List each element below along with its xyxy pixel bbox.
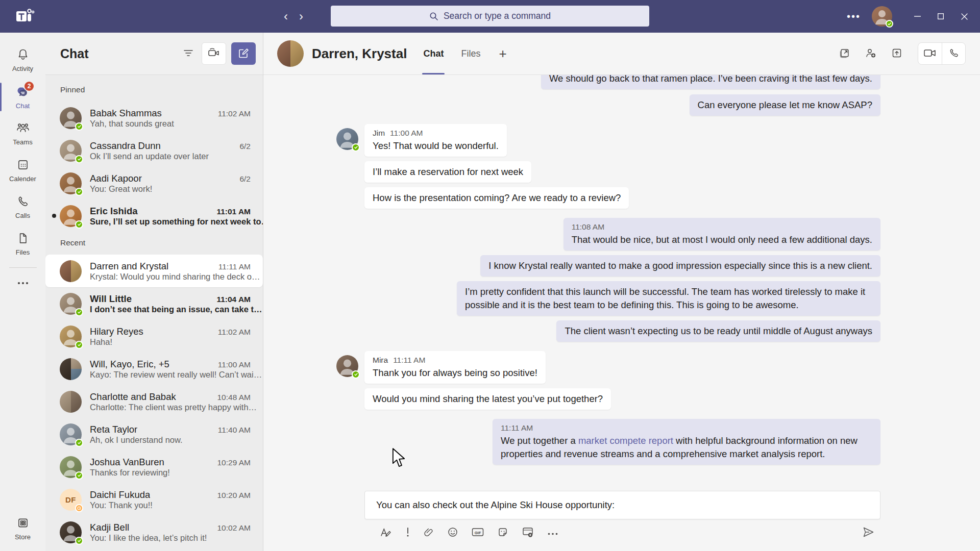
chat-time: 10:20 AM (213, 491, 251, 500)
call-buttons (918, 42, 966, 65)
rail-item-calls[interactable]: Calls (0, 189, 45, 226)
chat-row-joshua-vanburen[interactable]: Joshua VanBuren10:29 AM Thanks for revie… (45, 450, 263, 483)
pop-out-chat-button[interactable] (838, 46, 851, 61)
maximize-button[interactable] (929, 0, 952, 33)
format-button[interactable] (379, 526, 393, 540)
avatar (60, 293, 82, 315)
app-rail: Activity Chat 2 (0, 33, 45, 551)
rail-item-teams[interactable]: Teams (0, 115, 45, 152)
avatar (60, 325, 82, 347)
rail-more-button[interactable] (0, 271, 45, 293)
chat-row-charlotte-and-babak[interactable]: Charlotte and Babak10:48 AM Charlotte: T… (45, 385, 263, 418)
add-tab-button[interactable]: + (499, 46, 506, 62)
forward-button[interactable]: › (299, 10, 303, 22)
tab-files[interactable]: Files (461, 33, 480, 74)
emoji-icon (448, 527, 458, 539)
history-nav: ‹ › (284, 0, 303, 33)
presence-available-icon (75, 122, 83, 131)
chat-row-darren-and-krystal[interactable]: Darren and Krystal11:11 AM Krystal: Woul… (45, 255, 263, 287)
message-bubble: We should go back to that ramen place. I… (541, 75, 880, 89)
chat-time: 6/2 (235, 174, 251, 184)
send-icon (862, 527, 874, 539)
add-people-button[interactable] (864, 46, 878, 61)
audio-call-button[interactable] (942, 43, 965, 64)
chat-row-will-kayo-eric-group[interactable]: Will, Kayo, Eric, +511:00 AM Kayo: The r… (45, 353, 263, 385)
section-label-pinned: Pinned (45, 79, 263, 102)
chat-row-hilary-reyes[interactable]: Hilary Reyes11:02 AM Haha! (45, 320, 263, 353)
avatar (336, 355, 358, 377)
new-chat-button[interactable] (231, 42, 256, 65)
search-input[interactable]: Search or type a command (331, 6, 649, 27)
emoji-button[interactable] (447, 526, 459, 540)
message-time: 11:00 AM (390, 128, 423, 138)
rail-item-store[interactable]: Store (0, 509, 45, 548)
avatar (60, 140, 82, 162)
sticker-button[interactable] (497, 526, 509, 540)
composer: You can also check out the Alpine Ski Ho… (263, 491, 980, 551)
meet-now-button[interactable] (202, 42, 226, 65)
rail-item-chat[interactable]: Chat 2 (0, 79, 45, 115)
user-avatar[interactable] (872, 6, 892, 27)
message-group-jim: Jim11:00 AM Yes! That would be wonderful… (336, 124, 507, 157)
presence-available-icon (75, 308, 83, 316)
chat-row-aadi-kapoor[interactable]: Aadi Kapoor6/2 You: Great work! (45, 167, 263, 199)
chat-row-will-little[interactable]: Will Little11:04 AM I don’t see that bei… (45, 287, 263, 320)
conversation-avatar (277, 40, 304, 67)
send-button[interactable] (861, 525, 875, 540)
minimize-button[interactable] (905, 0, 929, 33)
phone-icon (16, 195, 30, 210)
close-button[interactable] (952, 0, 976, 33)
unread-count-badge: 2 (24, 82, 34, 91)
conversation-pane: Darren, Krystal Chat Files + (263, 33, 980, 551)
chat-row-eric-ishida[interactable]: Eric Ishida11:01 AM Sure, I’ll set up so… (45, 199, 263, 232)
tab-chat[interactable]: Chat (423, 33, 444, 74)
chat-row-kadji-bell[interactable]: Kadji Bell10:02 AM You: I like the idea,… (45, 516, 263, 548)
message-text: How is the presentation coming? Are we r… (373, 192, 621, 203)
rail-label: Activity (12, 65, 33, 72)
rail-item-files[interactable]: Files (0, 226, 45, 262)
share-screen-icon (891, 47, 902, 60)
chat-name: Reta Taylor (90, 424, 137, 435)
share-screen-button[interactable] (890, 46, 903, 61)
message-text: Would you mind sharing the latest you’ve… (373, 393, 603, 404)
rail-item-activity[interactable]: Activity (0, 42, 45, 79)
message-input[interactable]: You can also check out the Alpine Ski Ho… (364, 491, 880, 519)
rail-item-calendar[interactable]: Calender (0, 152, 45, 189)
market-compete-report-link[interactable]: market compete report (578, 435, 673, 446)
chat-row-babak-shammas[interactable]: Babak Shammas11:02 AM Yah, that sounds g… (45, 102, 263, 134)
attach-button[interactable] (423, 526, 435, 540)
avatar (60, 521, 82, 543)
message-bubble: How is the presentation coming? Are we r… (364, 187, 629, 209)
format-icon (380, 527, 392, 539)
search-placeholder: Search or type a command (444, 11, 551, 21)
video-call-button[interactable] (918, 43, 942, 64)
presence-available-icon (75, 341, 83, 349)
rail-label: Calls (15, 212, 30, 219)
teams-app-window: ‹ › Search or type a command ••• (0, 0, 980, 551)
titlebar-more-button[interactable]: ••• (847, 11, 861, 22)
avatar (60, 423, 82, 445)
filter-icon (183, 49, 193, 58)
avatar (60, 456, 82, 478)
filter-button[interactable] (180, 46, 197, 61)
message-group-mira: Mira11:11 AM Thank you for always being … (336, 351, 546, 384)
importance-button[interactable] (405, 526, 411, 540)
chat-time: 10:48 AM (213, 393, 251, 402)
chat-row-daichi-fukuda[interactable]: DF Daichi Fukuda10:20 AM You: Thank you!… (45, 483, 263, 516)
titlebar-controls: ••• (847, 0, 980, 33)
message-bubble: I’ll make a reservation for next week (364, 161, 531, 183)
chat-row-reta-taylor[interactable]: Reta Taylor11:40 AM Ah, ok I understand … (45, 418, 263, 450)
message-time: 11:11 AM (501, 423, 533, 433)
chat-row-cassandra-dunn[interactable]: Cassandra Dunn6/2 Ok I’ll send an update… (45, 134, 263, 167)
gif-button[interactable]: GIF (471, 526, 485, 540)
video-clip-add-icon (522, 527, 534, 539)
chat-name: Eric Ishida (90, 206, 138, 217)
chat-preview: Sure, I’ll set up something for next wee… (90, 217, 263, 226)
chat-name: Kadji Bell (90, 522, 129, 533)
back-button[interactable]: ‹ (284, 10, 288, 22)
stream-video-button[interactable] (521, 525, 535, 540)
presence-available-icon (886, 20, 893, 28)
chat-preview: Haha! (90, 337, 112, 346)
compose-more-button[interactable] (547, 528, 559, 538)
chat-list: Pinned Babak Shammas11:02 AM Yah, that s… (45, 75, 263, 551)
